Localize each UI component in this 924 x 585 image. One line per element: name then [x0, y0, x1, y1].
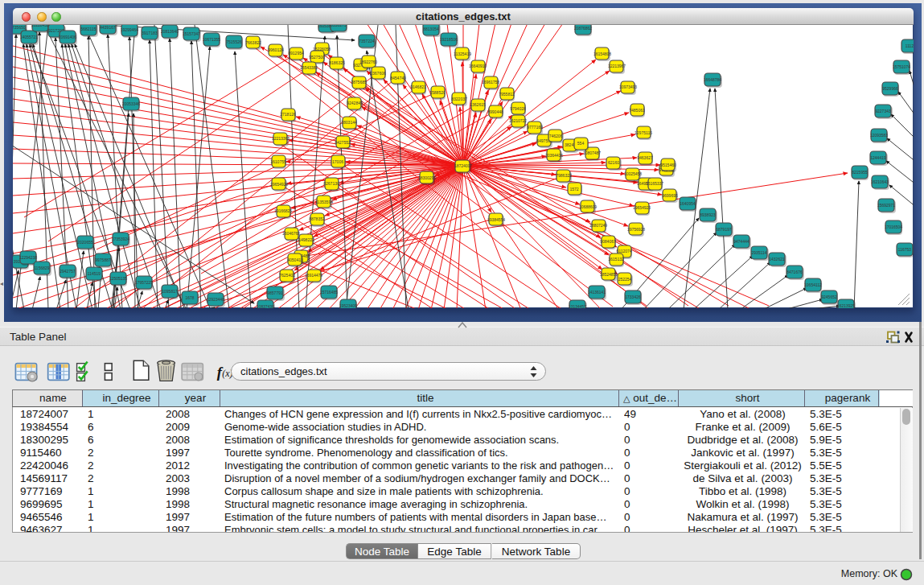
svg-text:116753: 116753	[898, 247, 912, 252]
svg-text:11325419: 11325419	[454, 51, 471, 56]
svg-text:746206: 746206	[549, 134, 563, 138]
svg-text:8938923: 8938923	[700, 212, 716, 217]
svg-text:12294238: 12294238	[19, 255, 37, 260]
svg-text:7663822: 7663822	[245, 40, 261, 45]
svg-text:18524851: 18524851	[600, 272, 618, 277]
svg-text:1572: 1572	[569, 187, 578, 192]
svg-text:17957225: 17957225	[135, 280, 153, 285]
svg-text:9146821: 9146821	[410, 84, 426, 89]
svg-text:252254: 252254	[618, 277, 632, 282]
svg-text:7515526: 7515526	[226, 39, 242, 44]
svg-text:12093583: 12093583	[870, 133, 888, 138]
svg-text:10654112: 10654112	[804, 282, 822, 287]
svg-text:2942757: 2942757	[60, 269, 76, 274]
svg-text:19299464: 19299464	[121, 27, 138, 32]
svg-text:13134457: 13134457	[569, 304, 586, 308]
svg-text:17353924: 17353924	[112, 237, 129, 241]
svg-text:19523409: 19523409	[339, 303, 357, 308]
svg-text:12975115: 12975115	[634, 130, 652, 135]
svg-text:1244419: 1244419	[870, 155, 886, 160]
svg-text:8427552: 8427552	[335, 140, 351, 145]
svg-text:9699695: 9699695	[662, 193, 678, 198]
svg-text:7485063: 7485063	[629, 108, 645, 113]
svg-text:12213363: 12213363	[272, 136, 290, 141]
svg-text:15157347: 15157347	[183, 31, 200, 36]
svg-text:9857791: 9857791	[267, 290, 283, 295]
svg-text:8322037: 8322037	[451, 97, 467, 101]
svg-text:9794028: 9794028	[510, 106, 526, 111]
svg-text:15751074: 15751074	[893, 64, 910, 69]
svg-text:7955812: 7955812	[499, 92, 515, 97]
svg-text:10837430: 10837430	[257, 304, 274, 308]
svg-text:1362615: 1362615	[470, 102, 486, 107]
svg-text:16213925: 16213925	[837, 303, 855, 308]
svg-text:8912954: 8912954	[288, 51, 304, 56]
svg-text:4050413: 4050413	[287, 257, 303, 262]
svg-text:9960124: 9960124	[268, 47, 284, 52]
svg-text:9527500: 9527500	[309, 55, 325, 60]
svg-text:1615132: 1615132	[608, 257, 624, 262]
svg-text:9084067: 9084067	[600, 239, 616, 244]
svg-text:6879197: 6879197	[716, 227, 732, 232]
svg-text:12923448: 12923448	[207, 297, 224, 302]
svg-text:2020655: 2020655	[77, 240, 93, 245]
svg-text:2935114: 2935114	[751, 250, 766, 255]
svg-text:10671355: 10671355	[203, 37, 220, 42]
svg-text:19654928: 19654928	[270, 182, 288, 187]
svg-text:1640954: 1640954	[680, 201, 696, 206]
svg-text:20876862: 20876862	[574, 26, 592, 31]
svg-text:16210643: 16210643	[871, 179, 889, 184]
svg-text:1610755: 1610755	[270, 159, 286, 164]
svg-text:1095817: 1095817	[162, 289, 178, 294]
svg-text:7625402: 7625402	[279, 273, 295, 278]
svg-text:18300295: 18300295	[418, 175, 436, 180]
svg-text:18724007: 18724007	[454, 163, 472, 168]
svg-text:1588520: 1588520	[429, 90, 446, 95]
svg-text:16961758: 16961758	[482, 80, 499, 84]
svg-text:7357224: 7357224	[359, 39, 375, 43]
svg-text:554: 554	[577, 141, 585, 146]
svg-text:8813054: 8813054	[423, 27, 439, 31]
svg-text:11353594: 11353594	[315, 200, 333, 204]
svg-text:16046766: 16046766	[282, 231, 300, 236]
svg-text:19654923: 19654923	[633, 205, 651, 210]
svg-text:9474444: 9474444	[733, 239, 749, 244]
svg-text:19756928: 19756928	[627, 227, 645, 232]
svg-text:1733426: 1733426	[625, 295, 641, 299]
svg-text:12505135: 12505135	[109, 276, 127, 281]
svg-text:8336273: 8336273	[331, 25, 347, 27]
svg-text:8990448: 8990448	[487, 109, 503, 114]
svg-text:18807249: 18807249	[589, 223, 607, 228]
svg-text:20053346: 20053346	[122, 101, 140, 106]
svg-text:8215955: 8215955	[852, 170, 868, 175]
svg-text:16914479: 16914479	[305, 273, 322, 278]
svg-text:9245652: 9245652	[821, 295, 837, 299]
svg-text:10688609: 10688609	[579, 204, 597, 209]
svg-text:16648784: 16648784	[704, 77, 721, 82]
svg-text:8471676: 8471676	[786, 270, 803, 274]
svg-text:16543382: 16543382	[300, 65, 318, 70]
svg-text:9515460: 9515460	[660, 163, 676, 167]
svg-text:3917183: 3917183	[142, 31, 158, 35]
svg-text:19384554: 19384554	[487, 217, 505, 222]
svg-text:9242845: 9242845	[347, 101, 363, 105]
svg-text:9777169: 9777169	[527, 125, 543, 130]
svg-text:15716485: 15716485	[320, 290, 338, 295]
svg-text:8186325: 8186325	[329, 60, 345, 65]
svg-text:2718126: 2718126	[280, 112, 296, 117]
svg-text:1156829: 1156829	[34, 266, 49, 270]
svg-text:9227343: 9227343	[875, 109, 891, 113]
svg-text:15165337: 15165337	[646, 181, 663, 186]
svg-text:3875685: 3875685	[351, 80, 367, 84]
svg-text:1432621: 1432621	[769, 257, 785, 262]
svg-text:8454749: 8454749	[390, 76, 406, 80]
svg-text:12213967: 12213967	[608, 64, 626, 68]
svg-text:14055721: 14055721	[20, 35, 38, 39]
svg-text:19166825: 19166825	[274, 208, 292, 213]
svg-text:8878352: 8878352	[309, 216, 325, 221]
svg-text:114519: 114519	[88, 271, 101, 276]
svg-text:16640910: 16640910	[469, 64, 487, 68]
svg-text:17016504: 17016504	[885, 225, 902, 229]
svg-text:9529966: 9529966	[882, 86, 898, 91]
svg-text:10973493: 10973493	[619, 84, 637, 89]
